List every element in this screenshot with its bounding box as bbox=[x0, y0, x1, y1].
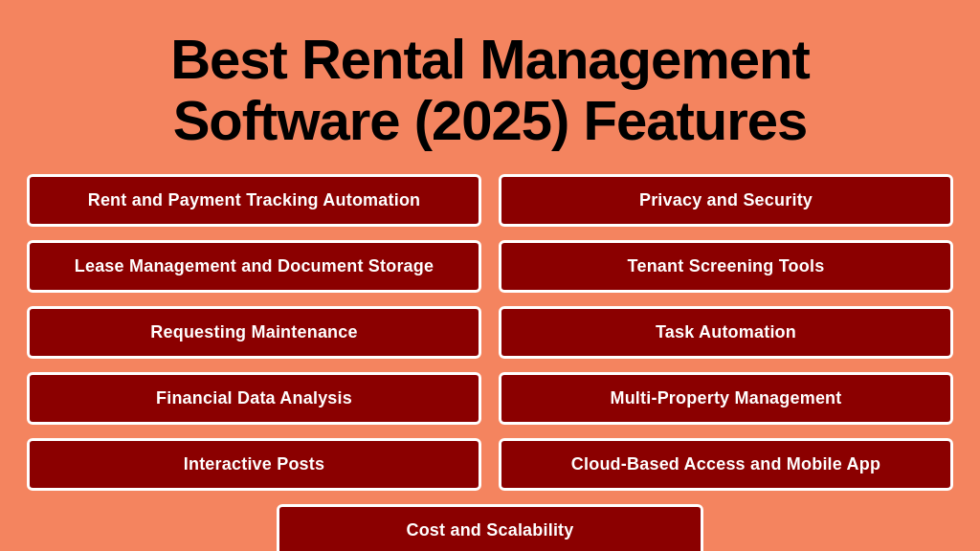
main-title: Best Rental Management Software (2025) F… bbox=[57, 29, 923, 151]
feature-rent-payment[interactable]: Rent and Payment Tracking Automation bbox=[27, 174, 481, 227]
feature-interactive-posts[interactable]: Interactive Posts bbox=[27, 438, 481, 491]
bottom-row: Cost and Scalability bbox=[0, 504, 980, 551]
features-grid: Rent and Payment Tracking Automation Pri… bbox=[0, 174, 980, 491]
feature-lease-management[interactable]: Lease Management and Document Storage bbox=[27, 240, 481, 293]
feature-cost-scalability[interactable]: Cost and Scalability bbox=[277, 504, 702, 551]
feature-tenant-screening[interactable]: Tenant Screening Tools bbox=[499, 240, 953, 293]
title-section: Best Rental Management Software (2025) F… bbox=[0, 0, 980, 170]
feature-privacy-security[interactable]: Privacy and Security bbox=[499, 174, 953, 227]
feature-financial-data[interactable]: Financial Data Analysis bbox=[27, 372, 481, 425]
feature-cloud-based[interactable]: Cloud-Based Access and Mobile App bbox=[499, 438, 953, 491]
feature-multi-property[interactable]: Multi-Property Management bbox=[499, 372, 953, 425]
feature-requesting-maintenance[interactable]: Requesting Maintenance bbox=[27, 306, 481, 359]
feature-task-automation[interactable]: Task Automation bbox=[499, 306, 953, 359]
